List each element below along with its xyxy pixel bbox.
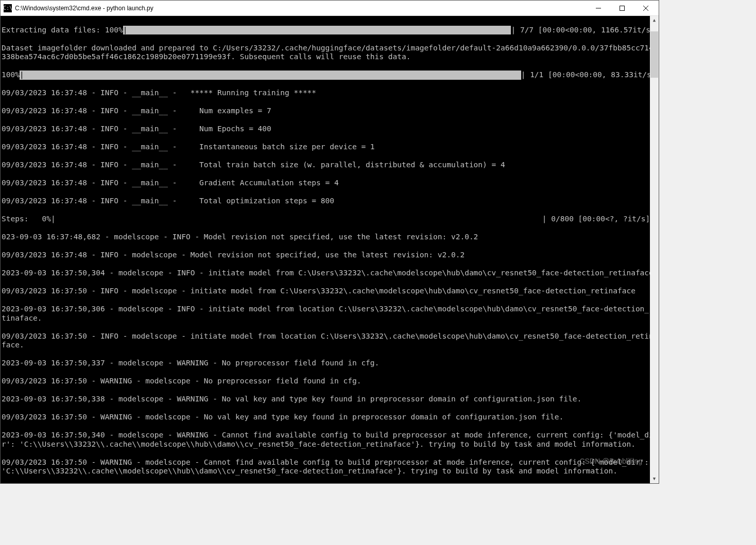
- watermark: CSDN @Bubbliiiing: [579, 457, 642, 466]
- log-line: 09/03/2023 16:37:50 - WARNING - modelsco…: [2, 458, 659, 476]
- maximize-button[interactable]: [610, 1, 634, 16]
- log-line: 09/03/2023 16:37:48 - INFO - __main__ - …: [2, 125, 659, 134]
- progress-label: 100%: [2, 71, 20, 80]
- terminal-output[interactable]: Extracting data files: 100%| | 7/7 [00:0…: [1, 16, 659, 483]
- progress-label: Steps: 0%: [2, 215, 51, 224]
- window-title: C:\Windows\system32\cmd.exe - python lau…: [15, 5, 587, 12]
- log-line: 2023-09-03 16:37:50,337 - modelscope - W…: [2, 359, 659, 368]
- log-line: 2023-09-03 16:37:50,340 - modelscope - W…: [2, 431, 659, 449]
- log-line: 09/03/2023 16:37:50 - INFO - modelscope …: [2, 287, 659, 296]
- progress-right: 1/1 [00:00<00:00, 83.33it/s]: [530, 71, 656, 80]
- log-line: Dataset imagefolder downloaded and prepa…: [2, 44, 659, 62]
- minimize-button[interactable]: [587, 1, 610, 16]
- scroll-down-icon[interactable]: ▼: [650, 474, 659, 483]
- log-line: 09/03/2023 16:37:50 - WARNING - modelsco…: [2, 377, 659, 386]
- log-line: 2023-09-03 16:37:50,304 - modelscope - I…: [2, 269, 659, 278]
- log-line: 2023-09-03 16:37:50,338 - modelscope - W…: [2, 395, 659, 404]
- log-line: 09/03/2023 16:37:48 - INFO - __main__ - …: [2, 179, 659, 188]
- svg-rect-1: [620, 6, 625, 10]
- title-bar[interactable]: C:\ C:\Windows\system32\cmd.exe - python…: [1, 1, 659, 16]
- progress-right: 0/800 [00:00<?, ?it/s]2: [551, 215, 655, 224]
- scroll-thumb[interactable]: [650, 31, 658, 78]
- log-line: 09/03/2023 16:37:50 - WARNING - modelsco…: [2, 413, 659, 422]
- log-line: 09/03/2023 16:37:48 - INFO - modelscope …: [2, 251, 659, 260]
- progress-label: Extracting data files: 100%: [2, 26, 123, 35]
- log-line: 09/03/2023 16:37:48 - INFO - __main__ - …: [2, 197, 659, 206]
- log-line: 09/03/2023 16:37:48 - INFO - __main__ - …: [2, 89, 659, 98]
- scrollbar[interactable]: ▲ ▼: [650, 16, 659, 483]
- cmd-icon: C:\: [4, 4, 12, 12]
- close-button[interactable]: [634, 1, 658, 16]
- progress-bar: [56, 215, 542, 224]
- log-line: 09/03/2023 16:37:48 - INFO - __main__ - …: [2, 143, 659, 152]
- progress-bar: [127, 26, 511, 35]
- log-line: 2023-09-03 16:37:50,306 - modelscope - I…: [2, 305, 659, 323]
- log-line: 023-09-03 16:37:48,682 - modelscope - IN…: [2, 233, 659, 242]
- progress-bar: [24, 71, 521, 80]
- progress-right: 7/7 [00:00<00:00, 1166.57it/s]: [520, 26, 655, 35]
- window-controls: [587, 1, 658, 16]
- log-line: 09/03/2023 16:37:50 - INFO - modelscope …: [2, 332, 659, 350]
- log-line: 09/03/2023 16:37:48 - INFO - __main__ - …: [2, 161, 659, 170]
- cmd-window: C:\ C:\Windows\system32\cmd.exe - python…: [0, 0, 659, 484]
- log-line: 09/03/2023 16:37:48 - INFO - __main__ - …: [2, 107, 659, 116]
- scroll-up-icon[interactable]: ▲: [650, 16, 659, 25]
